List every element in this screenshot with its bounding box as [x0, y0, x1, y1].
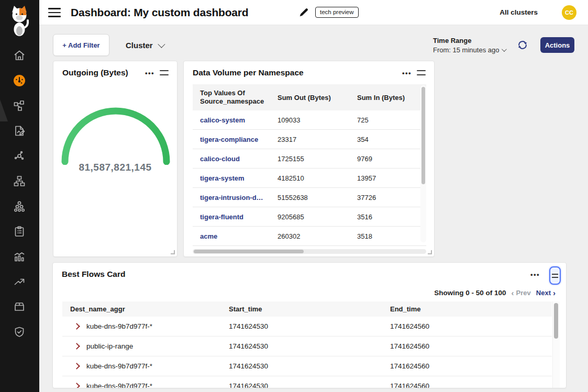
pagination-showing-text: Showing 0 - 50 of 100 — [434, 289, 506, 297]
sum-in-value: 725 — [357, 116, 429, 124]
sum-in-value: 3516 — [357, 213, 429, 221]
top-bar: Dashboard: My custom dashboard tech prev… — [39, 0, 588, 25]
start-time-value: 1741624530 — [229, 382, 390, 388]
dest-name-value: public-ip-range — [86, 342, 133, 350]
policies-icon[interactable] — [13, 225, 26, 238]
table-row: public-ip-range 1741624530 1741624560 — [62, 337, 552, 356]
home-icon[interactable] — [13, 49, 26, 62]
sidebar — [0, 0, 39, 392]
table-row: tigera-compliance 23317 354 — [193, 130, 426, 149]
card-menu-icon[interactable]: ••• — [402, 70, 412, 77]
statistics-icon[interactable] — [13, 250, 26, 263]
sum-out-value: 23317 — [278, 136, 357, 143]
prev-page-button[interactable]: ‹ Prev — [512, 289, 531, 297]
activity-trend-icon[interactable] — [13, 275, 26, 288]
expand-row-chevron-icon[interactable] — [73, 343, 80, 350]
expand-row-chevron-icon[interactable] — [73, 383, 80, 388]
vertical-scrollbar-thumb[interactable] — [554, 303, 558, 339]
card-drag-handle-icon[interactable] — [160, 70, 169, 75]
namespace-link[interactable]: acme — [200, 232, 278, 240]
card-resize-handle[interactable] — [171, 250, 175, 254]
table-row: calico-cloud 1725155 9769 — [193, 149, 426, 169]
card-drag-handle-icon[interactable] — [417, 70, 426, 75]
refresh-icon[interactable] — [517, 39, 528, 51]
column-header: Top Values Of Source_namespace — [200, 89, 267, 106]
gauge-chart — [58, 106, 173, 164]
namespace-link[interactable]: tigera-intrusion-d… — [200, 194, 278, 201]
service-graph-icon[interactable] — [13, 99, 26, 112]
table-row: tigera-intrusion-d… 51552638 37726 — [193, 188, 426, 207]
vertical-scrollbar-thumb[interactable] — [421, 87, 425, 184]
data-volume-card: Data Volume per Namespace ••• Top Values… — [183, 61, 435, 257]
namespace-link[interactable]: tigera-fluentd — [200, 213, 278, 221]
table-row: tigera-system 4182510 13957 — [193, 169, 426, 188]
namespace-link[interactable]: tigera-system — [200, 174, 278, 182]
dest-name-value: kube-dns-9b7d977f-* — [86, 382, 152, 388]
sum-out-value: 51552638 — [278, 194, 357, 201]
time-range-label: Time Range — [433, 37, 505, 44]
table-row: kube-dns-9b7d977f-* 1741624530 174162456… — [62, 356, 552, 376]
sum-out-value: 109033 — [278, 116, 357, 124]
compliance-shield-icon[interactable] — [13, 326, 26, 338]
expand-row-chevron-icon[interactable] — [73, 363, 80, 369]
sum-out-value: 260302 — [278, 232, 357, 240]
column-header: Dest_name_aggr — [62, 305, 229, 313]
cluster-icon[interactable] — [13, 200, 26, 212]
add-filter-button[interactable]: + Add Filter — [53, 34, 109, 56]
start-time-value: 1741624530 — [229, 342, 390, 350]
gauge-value: 81,587,821,145 — [53, 162, 177, 173]
column-header: Sum Out (Bytes) — [278, 94, 357, 102]
cluster-dropdown[interactable]: Cluster — [126, 39, 163, 51]
outgoing-bytes-card: Outgoing (Bytes) ••• 81,587,821,145 — [53, 61, 177, 257]
sum-in-value: 3518 — [357, 232, 429, 240]
sidebar-notch — [0, 99, 8, 121]
card-menu-icon[interactable]: ••• — [145, 70, 154, 77]
card-resize-handle[interactable] — [428, 250, 432, 254]
flow-logs-icon[interactable] — [13, 125, 26, 137]
card-menu-icon[interactable]: ••• — [530, 271, 540, 278]
hamburger-menu-icon[interactable] — [48, 8, 61, 17]
sum-in-value: 9769 — [357, 155, 429, 163]
dest-name-value: kube-dns-9b7d977f-* — [86, 322, 152, 330]
table-header-row: Dest_name_aggr Start_time End_time — [62, 301, 552, 317]
tech-preview-badge: tech preview — [315, 7, 359, 18]
card-drag-handle-icon-focused[interactable] — [549, 266, 561, 285]
edit-pencil-icon[interactable] — [298, 7, 309, 18]
pagination: Showing 0 - 50 of 100 ‹ Prev Next › — [434, 287, 556, 298]
expand-row-chevron-icon[interactable] — [73, 323, 80, 330]
workloads-box-icon[interactable] — [13, 300, 26, 313]
namespace-link[interactable]: calico-system — [200, 116, 278, 124]
sum-in-value: 37726 — [357, 194, 429, 201]
namespace-link[interactable]: calico-cloud — [200, 155, 278, 163]
network-hierarchy-icon[interactable] — [13, 175, 26, 187]
gauge-arc — [65, 111, 167, 162]
start-time-value: 1741624530 — [229, 362, 390, 370]
calico-cat-logo[interactable] — [7, 4, 31, 37]
column-header: End_time — [390, 305, 552, 313]
sum-in-value: 354 — [357, 136, 429, 143]
card-title: Data Volume per Namespace — [193, 68, 304, 77]
table-row: calico-system 109033 725 — [193, 110, 426, 130]
table-header-row: Top Values Of Source_namespace Sum Out (… — [193, 84, 426, 110]
chevron-down-icon — [502, 47, 507, 52]
card-title: Outgoing (Bytes) — [62, 68, 128, 77]
connections-icon[interactable] — [13, 150, 26, 162]
namespace-link[interactable]: tigera-compliance — [200, 136, 278, 143]
next-page-button[interactable]: Next › — [536, 289, 556, 297]
chevron-left-icon: ‹ — [512, 289, 514, 297]
chevron-down-icon — [158, 41, 165, 48]
chevron-right-icon: › — [553, 289, 556, 297]
time-range-value[interactable]: From: 15 minutes ago — [433, 46, 505, 54]
sum-in-value: 13957 — [357, 174, 429, 182]
sum-out-value: 4182510 — [278, 174, 357, 182]
dashboards-icon-active[interactable] — [13, 74, 26, 87]
sum-out-value: 1725155 — [278, 155, 357, 163]
actions-button[interactable]: Actions — [540, 37, 574, 53]
end-time-value: 1741624560 — [390, 322, 552, 330]
horizontal-scrollbar-thumb[interactable] — [194, 250, 304, 253]
time-range: Time Range From: 15 minutes ago — [433, 37, 505, 54]
cluster-scope-selector[interactable]: All clusters — [500, 0, 538, 25]
dest-name-value: kube-dns-9b7d977f-* — [86, 362, 152, 370]
column-header: Sum In (Bytes) — [357, 94, 429, 102]
user-avatar[interactable]: CC — [562, 5, 576, 20]
